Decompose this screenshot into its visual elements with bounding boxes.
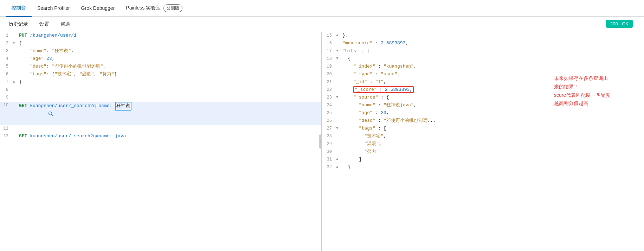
fold-icon [13,55,18,56]
line-content: ] [341,156,644,163]
table-row: 31 ▲ ] [322,156,644,164]
line-content: { [18,40,321,47]
line-content: "_index" : "kuangshen", [341,63,644,70]
tab-grok-debugger-label: Grok Debugger [81,5,115,11]
line-number: 17 [322,48,336,55]
fold-icon [13,133,18,133]
beta-badge: 公测版 [163,4,182,12]
line-content: "tags" : [ [341,125,644,132]
table-row: 3 "name": "狂神说", [0,48,321,55]
line-number: 28 [322,133,336,140]
line-content: "hits" : [ [341,48,644,55]
tab-painless[interactable]: Painless 实验室 公测版 [120,0,188,17]
line-number: 20 [322,71,336,78]
table-row: 4 "age":23, [0,55,321,63]
panel-divider[interactable]: ‖ [319,134,322,149]
line-number: 27 [322,125,336,132]
table-row: 11 [0,125,321,133]
code-editor[interactable]: 1 PUT /kuangshen/user/1 2 ▼ { 3 "name": … [0,32,321,251]
table-row: 32 ▲ } [322,164,644,171]
tab-search-profiler-label: Search Profiler [37,5,70,11]
fold-icon: ▼ [336,94,341,101]
line-content: "tags": ["技术宅", "温暖", "努力"] [18,71,321,78]
table-row: 7 ▲ } [0,79,321,86]
line-content: } [341,164,644,171]
fold-icon: ▼ [336,55,341,62]
line-number: 4 [0,55,13,62]
table-row: 26 "desc" : "即使再小的帆也能远... [322,117,644,125]
settings-button[interactable]: 设置 [37,20,52,29]
table-row: 17 ▼ "hits" : [ [322,48,644,55]
line-number: 29 [322,140,336,148]
svg-line-1 [52,115,53,116]
line-number: 11 [0,125,13,132]
fold-icon [336,79,341,79]
line-number: 10 [0,102,13,109]
line-content: "_id" : "1", [341,79,644,86]
line-number: 7 [0,79,13,86]
fold-icon: ▲ [336,156,341,163]
help-button[interactable]: 帮助 [58,20,73,29]
line-content: "max_score" : 2.5893893, [341,40,644,47]
fold-icon: ▼ [336,125,341,132]
fold-icon [13,125,18,125]
line-content: "_source" : { [341,94,644,101]
left-editor-panel: 1 PUT /kuangshen/user/1 2 ▼ { 3 "name": … [0,32,322,251]
line-number: 6 [0,71,13,78]
line-content: "_score" : 2.5893893, [341,86,644,94]
line-number: 9 [0,94,13,101]
line-content: "age" : 23, [341,109,644,117]
table-row: 20 "_type" : "user", [322,71,644,79]
table-row: 29 "温暖", [322,140,644,148]
line-content: "age":23, [18,55,321,63]
line-number: 30 [322,148,336,155]
line-number: 12 [0,133,13,140]
right-editor-panel: 15 ▲ }, 16 "max_score" : 2.5893893, 17 ▼… [322,32,644,251]
fold-icon [13,32,18,32]
score-highlight: "_score" : 2.5893893, [353,86,414,93]
fold-icon [336,40,341,40]
main-area: 1 PUT /kuangshen/user/1 2 ▼ { 3 "name": … [0,32,644,251]
table-row: 9 [0,94,321,102]
table-row: 24 "name" : "狂神说java", [322,102,644,109]
fold-icon: ▼ [13,40,18,46]
line-number: 26 [322,117,336,124]
table-row: 10 GET kuangshen/user/_search?q=name: 狂神… [0,102,321,125]
tab-grok-debugger[interactable]: Grok Debugger [76,0,121,17]
fold-icon [336,71,341,71]
fold-icon [336,86,341,87]
table-row: 22 "_score" : 2.5893893, [322,86,644,94]
line-number: 21 [322,79,336,86]
tab-console-label: 控制台 [11,5,26,11]
line-content: { [341,55,644,63]
fold-icon [13,63,18,63]
fold-icon [13,86,18,87]
table-row: 23 ▼ "_source" : { [322,94,644,102]
line-number: 16 [322,40,336,47]
line-content: "name" : "狂神说java", [341,102,644,109]
fold-icon [13,48,18,48]
fold-icon [336,140,341,141]
line-content: PUT /kuangshen/user/1 [18,32,321,39]
fold-icon [336,148,341,149]
line-content: "name": "狂神说", [18,48,321,55]
history-button[interactable]: 历史记录 [6,20,31,29]
fold-icon [336,102,341,102]
line-number: 23 [322,94,336,101]
line-number: 1 [0,32,13,39]
tab-search-profiler[interactable]: Search Profiler [32,0,76,17]
line-number: 25 [322,109,336,117]
table-row: 16 "max_score" : 2.5893893, [322,40,644,48]
table-row: 28 "技术宅", [322,133,644,140]
table-row: 2 ▼ { [0,40,321,48]
fold-icon [13,71,18,71]
tab-console[interactable]: 控制台 [6,0,32,17]
line-content: } [18,79,321,86]
tab-painless-label: Painless 实验室 [126,5,161,11]
line-content: "desc" : "即使再小的帆也能远... [341,117,644,125]
table-row: 18 ▼ { [322,55,644,63]
fold-icon [13,94,18,94]
response-editor[interactable]: 15 ▲ }, 16 "max_score" : 2.5893893, 17 ▼… [322,32,644,251]
fold-icon: ▲ [13,79,18,85]
table-row: 25 "age" : 23, [322,109,644,117]
